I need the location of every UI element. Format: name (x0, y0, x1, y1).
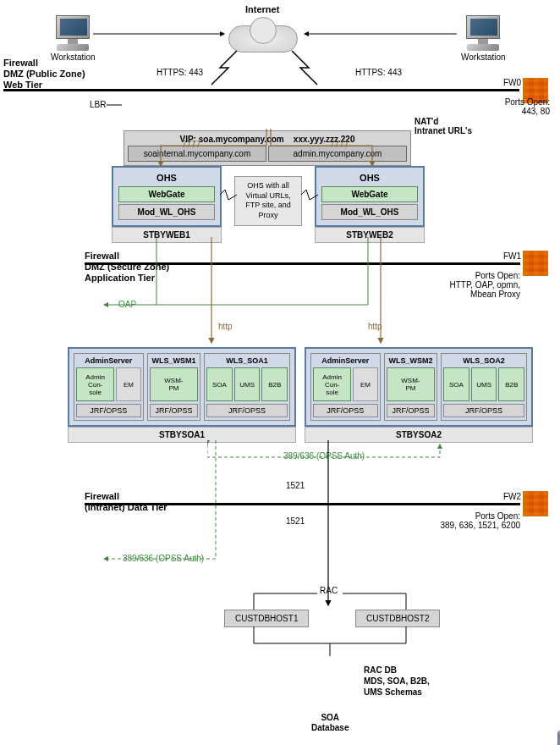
firewall-brick-icon (523, 251, 548, 276)
lightning-left-icon (203, 47, 245, 89)
http-arrows (161, 237, 389, 347)
admin-server-title: AdminServer (76, 356, 141, 365)
workstation-icon (52, 15, 94, 51)
soa-host-1: AdminServer Admin Con- soleEM JRF/OPSS W… (68, 347, 296, 443)
opss-auth-label-upper: 389/636 (OPSS Auth) (283, 451, 365, 461)
wls-soa2-title: WLS_SOA2 (443, 356, 524, 365)
port-1521-upper: 1521 (286, 481, 305, 490)
ohs-webgate: WebGate (321, 186, 418, 202)
wsm-pm-box: WSM- PM (387, 367, 436, 401)
fw1-line (85, 262, 520, 265)
fw1-ports: Ports Open: HTTP, OAP, opmn, Mbean Proxy (440, 271, 520, 299)
rac-db-text: RAC DB MDS, SOA, B2B, UMS Schemas (364, 665, 430, 698)
fw2-id: FW2 (503, 492, 521, 501)
jrf-box: JRF/OPSS (443, 404, 524, 417)
soa-host2-label: STBYSOA2 (305, 427, 533, 443)
fw1-title: Firewall DMZ (Secure Zone) Application T… (85, 251, 169, 284)
jrf-box: JRF/OPSS (206, 404, 288, 417)
ohs-host1-label: STBYWEB1 (112, 227, 222, 243)
rac-label: RAC (320, 586, 338, 595)
fw1-id: FW1 (503, 251, 521, 261)
wls-wsm1-title: WLS_WSM1 (150, 356, 199, 365)
http-right: http (368, 322, 382, 331)
https-label-left: HTTPS: 443 (156, 68, 203, 77)
lbr-nat-label: NAT'd Intranet URL's (415, 117, 472, 135)
load-balancer-box: VIP: soa.mycompany.com xxx.yyy.zzz.220 s… (124, 130, 411, 166)
fw2-ports: Ports Open: 389, 636, 1521, 6200 (423, 511, 520, 530)
fw2-line (85, 503, 520, 505)
workstation-label: Workstation (461, 52, 506, 62)
ums-box: UMS (234, 367, 261, 401)
internet-label: Internet (245, 4, 279, 14)
fw0-line (3, 89, 519, 91)
soa-host1-label: STBYSOA1 (68, 427, 296, 443)
em-box: EM (116, 367, 141, 401)
b2b-box: B2B (261, 367, 288, 401)
http-left: http (218, 322, 233, 331)
port-1521-lower: 1521 (286, 516, 305, 526)
https-label-right: HTTPS: 443 (355, 68, 402, 77)
lbr-label: LBR (90, 100, 106, 109)
ohs-title: OHS (117, 171, 217, 185)
db-arrow (320, 440, 337, 610)
oap-label: OAP (118, 300, 136, 309)
port-7777-right: 7777 (330, 140, 349, 149)
ohs-host2-label: STBYWEB2 (315, 227, 425, 243)
ohs-host-1: OHS WebGate Mod_WL_OHS STBYWEB1 (112, 166, 222, 243)
soa-db-label: SOA Database (311, 713, 349, 733)
workstation-icon (462, 15, 504, 51)
ohs-webgate: WebGate (118, 186, 215, 202)
admin-console-box: Admin Con- sole (313, 367, 351, 401)
ohs-mod: Mod_WL_OHS (118, 204, 215, 220)
workstation-left: Workstation (51, 15, 96, 62)
port-7777-left: 7777 (182, 140, 200, 149)
ohs-mod: Mod_WL_OHS (321, 204, 418, 220)
admin-console-box: Admin Con- sole (76, 367, 114, 401)
fw0-title: Firewall DMZ (Public Zone) Web Tier (3, 58, 85, 91)
lbr-pointer (107, 100, 124, 110)
workstation-right: Workstation (461, 15, 506, 62)
ohs-title: OHS (320, 171, 420, 185)
wls-wsm2-title: WLS_WSM2 (387, 356, 436, 365)
soa-box: SOA (206, 367, 233, 401)
lightning-right-icon (283, 47, 326, 89)
db-join-lines (237, 626, 423, 660)
jrf-box: JRF/OPSS (150, 404, 199, 417)
ums-box: UMS (471, 367, 497, 401)
b2b-box: B2B (498, 367, 524, 401)
jrf-box: JRF/OPSS (76, 404, 141, 417)
opss-auth-label-lower: 389/636 (OPSS Auth) (123, 554, 204, 563)
db-host-2: CUSTDBHOST2 (355, 610, 440, 627)
wsm-pm-box: WSM- PM (150, 367, 199, 401)
arrow-ws-to-cloud-left (93, 25, 228, 42)
db-host-1: CUSTDBHOST1 (224, 610, 309, 627)
firewall-brick-icon (523, 491, 548, 516)
internet-cloud-icon (228, 17, 296, 51)
arrow-ws-to-cloud-right (300, 25, 461, 42)
soa-host-2: AdminServer Admin Con- soleEM JRF/OPSS W… (305, 347, 533, 443)
wls-soa1-title: WLS_SOA1 (206, 356, 288, 365)
fw0-ports: Ports Open: 443, 80 (482, 97, 550, 116)
jrf-box: JRF/OPSS (387, 404, 436, 417)
fw0-id: FW0 (503, 78, 521, 87)
ohs-host-2: OHS WebGate Mod_WL_OHS STBYWEB2 (315, 166, 425, 243)
soa-box: SOA (443, 367, 469, 401)
admin-server-title: AdminServer (313, 356, 378, 365)
jrf-box: JRF/OPSS (313, 404, 378, 417)
em-box: EM (353, 367, 378, 401)
ohs-note: OHS with all Virtual URLs, FTP site, and… (234, 176, 302, 226)
